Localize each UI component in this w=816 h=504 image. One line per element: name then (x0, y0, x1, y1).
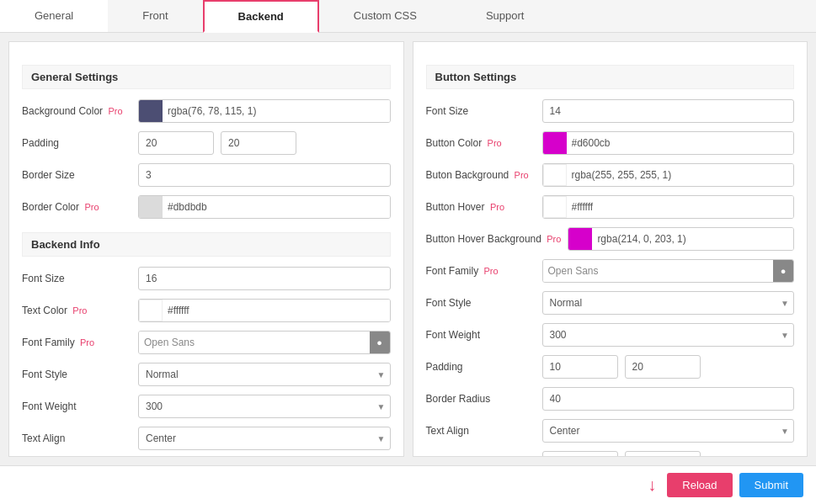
right-font-family-btn[interactable]: ● (773, 260, 793, 282)
right-font-family-field: Font Family Pro ● (426, 259, 795, 283)
left-font-weight-select[interactable]: 300 400 700 (138, 395, 391, 418)
button-hover-swatch (543, 196, 567, 218)
right-padding-field: Padding (426, 355, 795, 379)
padding-val1[interactable] (138, 131, 214, 155)
right-font-family-label: Font Family Pro (426, 265, 536, 277)
pro-badge: Pro (484, 266, 499, 276)
right-font-weight-label: Font Weight (426, 329, 536, 341)
right-font-family-input[interactable] (543, 260, 774, 282)
button-hover-label: Button Hover Pro (426, 201, 536, 213)
left-font-family-wrapper[interactable]: ● (138, 331, 391, 354)
border-size-input[interactable] (138, 163, 391, 187)
backend-info-title: Backend Info (22, 232, 391, 257)
pro-badge: Pro (547, 234, 561, 244)
left-font-weight-label: Font Weight (22, 401, 131, 412)
tab-custom-css[interactable]: Custom CSS (319, 0, 451, 32)
border-color-input-group[interactable] (138, 195, 391, 219)
button-background-text[interactable] (567, 164, 794, 186)
background-color-field: Background Color Pro (22, 99, 391, 123)
app-container: General Front Backend Custom CSS Support… (0, 0, 816, 504)
button-hover-input-group[interactable] (542, 195, 795, 219)
padding-field: Padding (22, 131, 391, 155)
button-background-label: Buton Background Pro (426, 169, 536, 181)
button-settings-title: Button Settings (426, 65, 795, 89)
general-settings-title: General Settings (22, 65, 391, 89)
text-color-text[interactable] (163, 300, 390, 321)
text-color-input-group[interactable] (138, 299, 391, 322)
margin-top-bottom-inputs (542, 451, 795, 457)
right-font-size-input[interactable] (542, 99, 795, 123)
right-padding-val1[interactable] (542, 355, 618, 379)
button-hover-text[interactable] (567, 196, 794, 218)
border-radius-input[interactable] (542, 387, 795, 411)
border-color-field: Border Color Pro (22, 195, 391, 219)
text-color-label: Text Color Pro (22, 305, 131, 316)
background-color-input-group[interactable] (138, 99, 391, 123)
left-font-size-field: Font Size (22, 267, 391, 290)
pro-badge: Pro (84, 202, 99, 212)
button-hover-bg-input-group[interactable] (568, 227, 794, 251)
left-font-weight-select-wrapper[interactable]: 300 400 700 ▼ (138, 395, 391, 418)
border-color-text[interactable] (163, 196, 390, 218)
tab-backend[interactable]: Backend (203, 0, 319, 33)
left-font-style-select-wrapper[interactable]: Normal Italic ▼ (138, 363, 391, 386)
left-text-align-select[interactable]: Center Left Right (138, 427, 391, 450)
right-font-style-select-wrapper[interactable]: Normal Italic ▼ (542, 291, 795, 315)
right-padding-val2[interactable] (625, 355, 701, 379)
button-color-input-group[interactable] (542, 131, 795, 155)
left-font-family-btn[interactable]: ● (370, 332, 390, 353)
background-color-text[interactable] (163, 100, 390, 122)
right-font-family-wrapper[interactable]: ● (542, 259, 795, 283)
button-color-label: Button Color Pro (426, 137, 536, 149)
left-font-style-select[interactable]: Normal Italic (138, 363, 391, 386)
left-font-size-input[interactable] (138, 267, 391, 290)
button-hover-bg-swatch (568, 228, 592, 250)
left-font-family-label: Font Family Pro (22, 337, 131, 348)
submit-button[interactable]: Submit (739, 473, 803, 497)
right-font-weight-select[interactable]: 300 400 700 (542, 323, 795, 347)
button-hover-bg-text[interactable] (592, 228, 793, 250)
right-text-align-field: Text Align Center Left Right ▼ (426, 419, 795, 443)
border-size-field: Border Size (22, 163, 391, 187)
button-background-input-group[interactable] (542, 163, 795, 187)
pro-badge: Pro (488, 138, 502, 148)
margin-bottom-val[interactable] (625, 451, 701, 457)
border-size-label: Border Size (22, 169, 131, 181)
tab-front[interactable]: Front (108, 0, 202, 32)
margin-top-val[interactable] (542, 451, 618, 457)
pro-badge: Pro (515, 170, 529, 180)
left-text-align-field: Text Align Center Left Right ▼ (22, 427, 391, 450)
left-font-style-label: Font Style (22, 369, 131, 380)
button-background-field: Buton Background Pro (426, 163, 795, 187)
border-color-label: Border Color Pro (22, 201, 131, 213)
right-padding-inputs (542, 355, 795, 379)
button-color-swatch (543, 132, 567, 154)
left-font-size-label: Font Size (22, 273, 131, 284)
tabs-bar: General Front Backend Custom CSS Support (0, 0, 816, 33)
right-font-style-select[interactable]: Normal Italic (542, 291, 795, 315)
button-background-swatch (543, 164, 567, 186)
margin-top-bottom-field: Margin Top Bottom (426, 451, 795, 457)
right-text-align-select-wrapper[interactable]: Center Left Right ▼ (542, 419, 795, 443)
border-radius-label: Border Radius (426, 393, 536, 405)
padding-val2[interactable] (221, 131, 296, 155)
border-color-swatch (139, 196, 163, 218)
right-font-size-label: Font Size (426, 105, 536, 117)
footer: ↓ Reload Submit (0, 465, 816, 504)
left-panel: General Settings Background Color Pro Pa… (8, 41, 404, 457)
padding-label: Padding (22, 137, 131, 149)
right-text-align-select[interactable]: Center Left Right (542, 419, 795, 443)
left-font-family-input[interactable] (139, 332, 370, 353)
text-color-field: Text Color Pro (22, 299, 391, 322)
tab-general[interactable]: General (0, 0, 108, 32)
button-color-text[interactable] (567, 132, 794, 154)
left-font-family-field: Font Family Pro ● (22, 331, 391, 354)
padding-inputs (138, 131, 391, 155)
right-font-size-field: Font Size (426, 99, 795, 123)
arrow-down-icon: ↓ (648, 475, 656, 495)
right-font-weight-select-wrapper[interactable]: 300 400 700 ▼ (542, 323, 795, 347)
right-panel: Button Settings Font Size Button Color P… (413, 41, 808, 457)
reload-button[interactable]: Reload (667, 473, 732, 497)
tab-support[interactable]: Support (451, 0, 559, 32)
left-text-align-select-wrapper[interactable]: Center Left Right ▼ (138, 427, 391, 450)
